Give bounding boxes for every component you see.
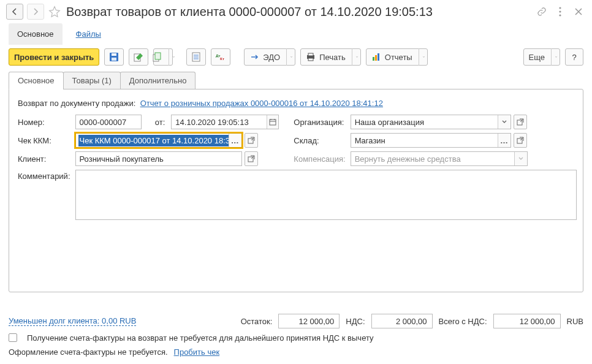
chevron-down-icon bbox=[419, 48, 425, 66]
svg-rect-19 bbox=[375, 55, 377, 61]
punch-check-link[interactable]: Пробить чек bbox=[174, 347, 220, 357]
date-input-wrap bbox=[171, 115, 279, 129]
document-register-button[interactable] bbox=[186, 48, 206, 66]
document-icon bbox=[191, 52, 201, 62]
kkm-label: Чек ККМ: bbox=[15, 131, 73, 150]
reports-icon bbox=[371, 52, 381, 62]
nav-tabs: Основное Файлы bbox=[0, 22, 592, 45]
tab-main[interactable]: Основное bbox=[9, 72, 64, 89]
date-from-label: от: bbox=[144, 113, 169, 131]
org-input-wrap bbox=[351, 115, 511, 129]
nds-label: НДС: bbox=[346, 317, 365, 326]
svg-rect-8 bbox=[155, 53, 161, 59]
comment-label: Комментарий: bbox=[15, 168, 73, 224]
save-icon bbox=[109, 52, 119, 62]
dtkt-button[interactable]: ДтКт bbox=[211, 48, 230, 66]
navtab-files[interactable]: Файлы bbox=[74, 23, 104, 45]
chevron-down-icon bbox=[352, 48, 358, 66]
kkm-input[interactable]: Чек ККМ 0000-000017 от 14.10.2020 18:3 bbox=[78, 135, 229, 146]
nds-value: 2 000,00 bbox=[371, 314, 433, 328]
kebab-menu-icon[interactable] bbox=[555, 7, 565, 17]
sale-doc-link[interactable]: Отчет о розничных продажах 0000-000016 о… bbox=[140, 99, 383, 108]
ostatok-value: 12 000,00 bbox=[278, 314, 340, 328]
chevron-down-icon[interactable] bbox=[498, 115, 510, 129]
svg-point-0 bbox=[559, 7, 561, 9]
create-based-on-button[interactable] bbox=[153, 48, 173, 66]
debt-link[interactable]: Уменьшен долг клиента: 0,00 RUB bbox=[9, 316, 136, 326]
calendar-icon[interactable] bbox=[267, 115, 278, 129]
client-input-wrap bbox=[75, 151, 242, 166]
edo-icon bbox=[249, 52, 259, 62]
comment-input[interactable] bbox=[75, 170, 577, 220]
reports-button[interactable]: Отчеты bbox=[366, 48, 428, 66]
save-button[interactable] bbox=[104, 48, 124, 66]
toolbar: Провести и закрыть ДтКт ЭДО Печать Отчет… bbox=[0, 45, 592, 72]
invoice-not-required-checkbox[interactable] bbox=[9, 333, 21, 343]
client-input[interactable] bbox=[76, 152, 241, 165]
nav-back-button[interactable] bbox=[6, 4, 23, 20]
open-warehouse-button[interactable] bbox=[514, 133, 527, 148]
close-icon[interactable] bbox=[574, 7, 583, 17]
svg-rect-16 bbox=[308, 53, 313, 56]
compensation-input-wrap bbox=[351, 151, 528, 166]
dtkt-icon: ДтКт bbox=[216, 52, 226, 62]
tab-extra[interactable]: Дополнительно bbox=[120, 72, 196, 89]
open-client-button[interactable] bbox=[245, 151, 258, 166]
warehouse-input[interactable] bbox=[351, 134, 498, 147]
svg-point-2 bbox=[559, 14, 561, 16]
navtab-main[interactable]: Основное bbox=[9, 23, 63, 45]
warehouse-input-wrap: … bbox=[351, 133, 511, 148]
number-input[interactable] bbox=[76, 115, 141, 129]
chevron-down-icon bbox=[551, 48, 557, 66]
more-button[interactable]: Еще bbox=[523, 48, 560, 66]
number-input-wrap bbox=[75, 115, 142, 129]
print-icon bbox=[306, 52, 316, 62]
chevron-down-icon bbox=[286, 48, 292, 66]
page-title: Возврат товаров от клиента 0000-000007 о… bbox=[66, 5, 533, 19]
compensation-input bbox=[351, 152, 515, 165]
svg-point-1 bbox=[559, 10, 561, 12]
svg-rect-21 bbox=[270, 119, 276, 125]
invoice-not-required-label: Получение счета-фактуры на возврат не тр… bbox=[27, 333, 374, 343]
titlebar: Возврат товаров от клиента 0000-000007 о… bbox=[0, 0, 592, 22]
tabstrip: Основное Товары (1) Дополнительно bbox=[0, 72, 592, 89]
post-icon bbox=[134, 52, 143, 62]
org-input[interactable] bbox=[351, 115, 498, 129]
date-input[interactable] bbox=[172, 115, 267, 129]
link-icon[interactable] bbox=[537, 7, 547, 17]
print-button[interactable]: Печать bbox=[300, 48, 361, 66]
number-label: Номер: bbox=[15, 113, 73, 131]
footer: Уменьшен долг клиента: 0,00 RUB Остаток:… bbox=[9, 311, 583, 359]
by-doc-label: Возврат по документу продажи: bbox=[18, 99, 135, 108]
create-based-on-icon bbox=[153, 52, 162, 62]
svg-rect-20 bbox=[378, 53, 379, 61]
post-button[interactable] bbox=[129, 48, 148, 66]
open-org-button[interactable] bbox=[514, 115, 527, 129]
currency-label: RUB bbox=[567, 317, 583, 326]
svg-text:Кт: Кт bbox=[220, 56, 224, 61]
svg-rect-5 bbox=[112, 58, 116, 61]
warehouse-label: Склад: bbox=[283, 131, 347, 150]
form-panel: Возврат по документу продажи: Отчет о ро… bbox=[9, 89, 583, 292]
compensation-label: Компенсация: bbox=[283, 150, 347, 168]
sf-status-text: Оформление счета-фактуры не требуется. bbox=[9, 347, 168, 357]
tab-goods[interactable]: Товары (1) bbox=[63, 72, 121, 89]
org-label: Организация: bbox=[283, 113, 347, 131]
client-label: Клиент: bbox=[15, 150, 73, 168]
help-button[interactable]: ? bbox=[565, 48, 583, 66]
ellipsis-icon[interactable]: … bbox=[229, 134, 241, 147]
svg-rect-18 bbox=[373, 57, 374, 61]
kkm-input-wrap: Чек ККМ 0000-000017 от 14.10.2020 18:3 … bbox=[75, 133, 242, 148]
chevron-down-icon[interactable] bbox=[514, 152, 526, 165]
total-value: 12 000,00 bbox=[493, 314, 561, 328]
edo-button[interactable]: ЭДО bbox=[244, 48, 295, 66]
nav-forward-button[interactable] bbox=[27, 4, 44, 20]
open-kkm-button[interactable] bbox=[245, 133, 258, 148]
ellipsis-icon[interactable]: … bbox=[498, 134, 510, 147]
svg-rect-17 bbox=[308, 58, 313, 61]
post-and-close-button[interactable]: Провести и закрыть bbox=[9, 48, 99, 66]
ostatok-label: Остаток: bbox=[241, 317, 273, 326]
favorite-star-icon[interactable] bbox=[48, 5, 61, 18]
chevron-down-icon bbox=[169, 48, 175, 66]
svg-rect-4 bbox=[112, 53, 116, 56]
